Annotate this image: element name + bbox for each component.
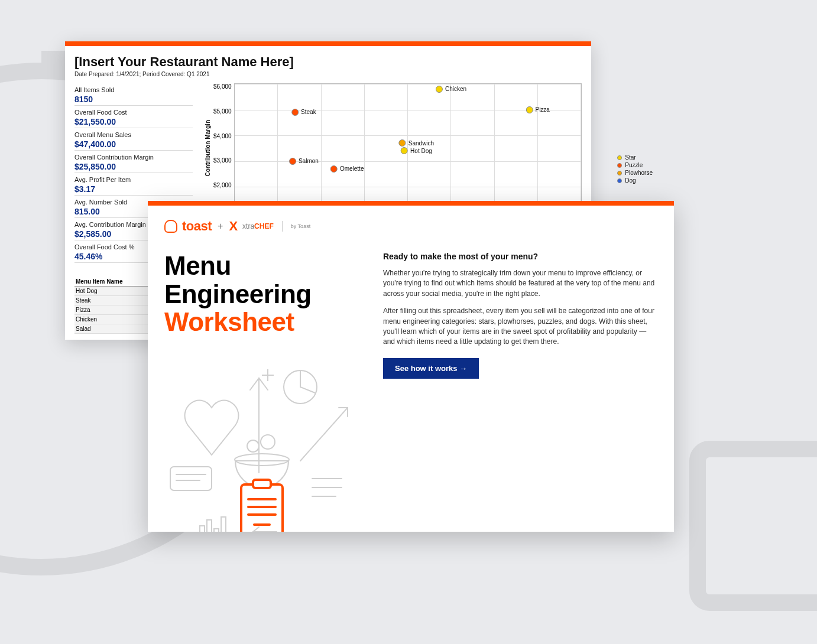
date-prepared-label: Date Prepared: 1/4/2021; Period Covered:… [74,71,582,77]
chart-point-dot-icon [399,139,406,147]
toast-icon [164,220,177,233]
intro-paragraph: After filling out this spreadsheet, ever… [383,306,657,347]
chart-point-dot-icon [526,106,533,113]
svg-line-7 [300,387,315,393]
svg-point-8 [235,454,289,466]
chart-point-label: Steak [301,109,316,115]
svg-point-10 [261,435,275,449]
stat-item: Overall Menu Sales$47,400.00 [74,128,193,151]
brand-row: toast + X xtraCHEF by Toast [164,219,657,234]
legend-item: Puzzle [617,162,653,168]
chart-point: Pizza [526,106,549,113]
orange-bar [65,41,591,46]
chart-y-axis-label: Contribution Margin [205,120,211,177]
intro-paragraph: Whether you're trying to strategically t… [383,268,657,299]
chart-point-label: Omelette [340,165,364,172]
restaurant-name-placeholder: [Insert Your Restaurant Name Here] [74,54,582,70]
divider [282,221,283,232]
worksheet-front-sheet: toast + X xtraCHEF by Toast Menu Enginee… [148,201,674,532]
chart-point-label: Salmon [299,158,319,164]
chart-point: Salmon [289,158,319,165]
chart-point: Steak [291,109,316,116]
page-title: Menu Engineering Worksheet [164,252,359,336]
stat-item: Avg. Profit Per Item$3.17 [74,173,193,196]
legend-dot-icon [617,163,622,168]
chart-plot-area: ChickenPizzaSteakSandwichHot DogSalmonOm… [234,83,582,213]
chart-point-dot-icon [330,165,338,173]
chart-point-dot-icon [291,109,299,116]
chart-legend: Star Puzzle Plowhorse Dog [617,154,653,185]
xtrachef-x-icon: X [229,219,238,234]
chart-point: Omelette [330,165,364,173]
plus-icon: + [218,221,223,232]
chart-point-dot-icon [401,147,408,154]
legend-item: Plowhorse [617,170,653,176]
doodle-illustration [164,354,365,532]
chart-point: Chicken [436,86,466,93]
table-header-name: Menu Item Name [76,278,143,285]
chart-y-ticks: $6,000 $5,000 $4,000 $3,000 $2,000 $1,00… [213,83,234,213]
stat-item: Overall Contribution Margin$25,850.00 [74,151,193,173]
chart-point-label: Pizza [535,106,549,113]
orange-bar [148,201,674,206]
lead-heading: Ready to make the most of your menu? [383,252,657,261]
svg-rect-20 [221,517,226,532]
stat-item: Overall Food Cost$21,550.00 [74,106,193,128]
chart-point-label: Hot Dog [410,148,432,154]
see-how-it-works-button[interactable]: See how it works → [383,358,479,379]
svg-rect-17 [200,526,205,532]
chart-point: Sandwich [399,139,434,147]
stat-item: All Items Sold8150 [74,83,193,106]
svg-rect-2 [698,449,817,603]
svg-line-4 [300,408,348,461]
chart-point-label: Chicken [445,86,466,92]
svg-rect-23 [253,480,271,488]
svg-point-9 [247,440,259,452]
chart-point: Hot Dog [401,147,432,154]
toast-logo-text: toast [182,219,212,234]
svg-rect-11 [170,467,212,490]
chart-point-dot-icon [436,86,443,93]
by-toast-label: by Toast [291,223,310,229]
legend-dot-icon [617,155,622,160]
legend-dot-icon [617,178,622,183]
svg-rect-19 [214,529,219,532]
legend-dot-icon [617,171,622,175]
legend-item: Dog [617,177,653,184]
chart-point-dot-icon [289,158,296,165]
svg-rect-18 [207,520,212,532]
legend-item: Star [617,154,653,161]
xtrachef-logo-text: xtraCHEF [242,222,274,230]
chart-point-label: Sandwich [408,140,434,147]
